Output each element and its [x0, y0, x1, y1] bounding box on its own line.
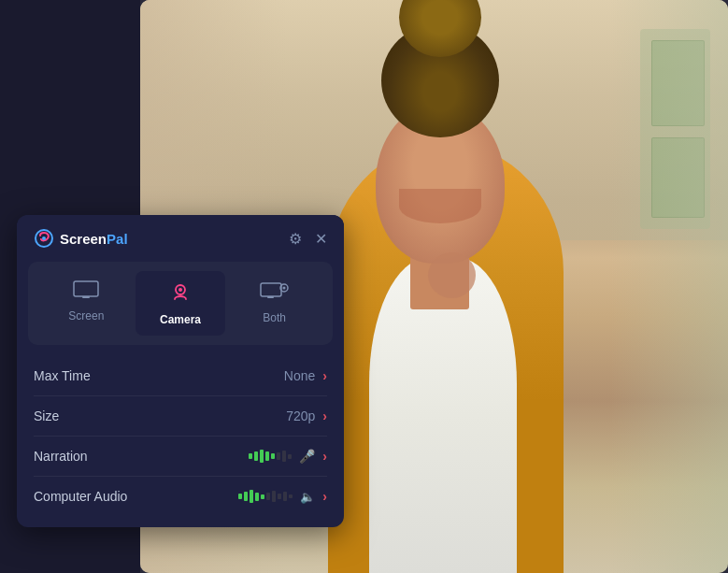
- svg-rect-6: [261, 283, 281, 296]
- bar-3: [260, 450, 264, 463]
- both-mode-icon: [260, 280, 290, 306]
- max-time-label: Max Time: [34, 368, 91, 383]
- camera-mode-icon: [169, 280, 192, 308]
- bar-1: [249, 453, 252, 459]
- mode-both-button[interactable]: Both: [229, 271, 320, 336]
- ca-bar-2: [244, 492, 248, 501]
- ca-bar-6: [266, 493, 270, 500]
- max-time-row[interactable]: Max Time None ›: [21, 356, 340, 395]
- ca-bar-5: [261, 494, 264, 499]
- svg-rect-7: [267, 296, 274, 298]
- panel-header: ScreenPal ⚙ ✕: [17, 215, 344, 262]
- bar-8: [288, 454, 292, 459]
- size-row[interactable]: Size 720p ›: [21, 396, 340, 436]
- svg-point-5: [178, 288, 182, 292]
- svg-rect-2: [74, 281, 98, 296]
- mode-screen-button[interactable]: Screen: [41, 271, 132, 336]
- narration-audio-bars: [249, 450, 292, 463]
- ca-bar-4: [255, 493, 259, 501]
- close-icon[interactable]: ✕: [315, 230, 327, 248]
- computer-audio-label: Computer Audio: [34, 489, 127, 504]
- ca-bar-1: [238, 494, 242, 499]
- settings-icon[interactable]: ⚙: [289, 230, 302, 248]
- svg-rect-3: [82, 296, 90, 298]
- narration-row[interactable]: Narration 🎤 ›: [21, 437, 340, 476]
- mode-camera-button[interactable]: Camera: [136, 271, 226, 336]
- narration-label: Narration: [34, 449, 88, 464]
- max-time-right: None ›: [284, 368, 327, 383]
- ca-bar-7: [272, 491, 276, 502]
- computer-audio-right: 🔈 ›: [238, 489, 327, 504]
- narration-chevron: ›: [322, 449, 327, 464]
- mic-icon: 🎤: [299, 449, 315, 464]
- size-value: 720p: [286, 408, 315, 423]
- header-actions: ⚙ ✕: [289, 230, 327, 248]
- svg-point-1: [42, 236, 46, 240]
- computer-audio-bars: [238, 490, 293, 503]
- bar-6: [277, 452, 280, 460]
- ca-bar-3: [250, 490, 253, 503]
- camera-mode-label: Camera: [160, 313, 201, 326]
- narration-right: 🎤 ›: [249, 449, 327, 464]
- control-panel: ScreenPal ⚙ ✕ Screen: [17, 215, 344, 527]
- bar-5: [271, 453, 275, 459]
- brand-logo: ScreenPal: [34, 228, 128, 249]
- computer-audio-row[interactable]: Computer Audio 🔈 ›: [21, 477, 340, 516]
- max-time-chevron: ›: [322, 368, 327, 383]
- svg-point-9: [282, 287, 285, 290]
- bar-7: [282, 451, 286, 462]
- both-mode-label: Both: [263, 311, 286, 324]
- brand-name: ScreenPal: [60, 231, 128, 247]
- size-label: Size: [34, 408, 59, 423]
- size-chevron: ›: [322, 408, 327, 423]
- bar-2: [254, 451, 258, 461]
- ca-bar-8: [278, 494, 281, 499]
- screen-mode-icon: [73, 280, 99, 304]
- bar-4: [265, 451, 269, 461]
- screenpal-logo-icon: [34, 228, 54, 249]
- ca-bar-9: [283, 492, 287, 501]
- screen-mode-label: Screen: [68, 309, 104, 322]
- mode-selector: Screen Camera: [28, 262, 333, 345]
- computer-audio-chevron: ›: [322, 489, 327, 504]
- settings-rows: Max Time None › Size 720p › Narration: [17, 356, 344, 527]
- max-time-value: None: [284, 368, 315, 383]
- speaker-icon: 🔈: [300, 490, 315, 504]
- size-right: 720p ›: [286, 408, 327, 423]
- ca-bar-10: [289, 494, 293, 498]
